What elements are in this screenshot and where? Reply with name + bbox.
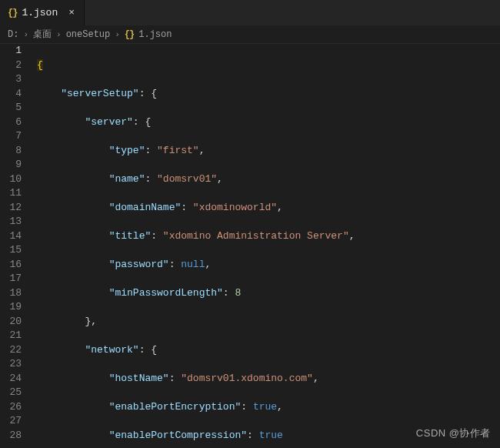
breadcrumb-seg[interactable]: D: [8,29,18,40]
gutter: 1 2 3 4 5 6 7 8 9 10 11 12 13 14 15 16 1… [0,44,32,448]
line-number: 16 [0,258,22,272]
code-line: }, [37,315,500,329]
json-file-icon: {} [8,8,17,18]
code-line: "hostName": "domsrv01.xdomino.com", [37,372,500,386]
line-number: 26 [0,400,22,415]
code-line: "title": "xdomino Administration Server"… [37,229,500,244]
chevron-right-icon: › [56,30,62,39]
line-number: 7 [0,129,22,144]
line-number: 3 [0,72,22,87]
code-line: "enablePortEncryption": true, [37,400,500,415]
line-number: 4 [0,87,22,102]
line-number: 17 [0,272,22,286]
tab-label: 1.json [22,7,58,18]
line-number: 24 [0,372,22,386]
chevron-right-icon: › [115,30,120,39]
line-number: 19 [0,300,22,315]
code-area[interactable]: { "serverSetup": { "server": { "type": "… [32,44,500,448]
line-number: 15 [0,243,22,258]
line-number: 21 [0,329,22,343]
line-number: 8 [0,144,22,159]
close-icon[interactable]: × [65,7,78,19]
line-number: 13 [0,215,22,229]
code-line: "domainName": "xdominoworld", [37,201,500,216]
line-number: 27 [0,414,22,429]
tab-bar: {} 1.json × [0,0,500,25]
breadcrumb-seg[interactable]: 1.json [138,29,172,40]
breadcrumb[interactable]: D: › 桌面 › oneSetup › {} 1.json [0,25,500,44]
line-number: 6 [0,115,22,130]
editor[interactable]: 1 2 3 4 5 6 7 8 9 10 11 12 13 14 15 16 1… [0,44,500,448]
line-number: 9 [0,158,22,172]
code-line: "enablePortCompression": true [37,429,500,443]
line-number: 2 [0,59,22,73]
code-line: "password": null, [37,258,500,272]
code-line: "serverSetup": { [37,87,500,102]
json-file-icon: {} [125,29,134,40]
breadcrumb-seg[interactable]: oneSetup [66,29,111,40]
line-number: 11 [0,186,22,201]
line-number: 5 [0,101,22,115]
code-line: { [37,59,500,73]
line-number: 14 [0,229,22,244]
line-number: 1 [0,44,22,59]
code-line: "name": "domsrv01", [37,172,500,187]
line-number: 12 [0,201,22,216]
line-number: 18 [0,286,22,301]
line-number: 28 [0,429,22,443]
code-line: "network": { [37,343,500,358]
line-number: 22 [0,343,22,358]
code-line: "server": { [37,115,500,130]
code-line: "minPasswordLength": 8 [37,286,500,301]
code-line: "type": "first", [37,144,500,159]
chevron-right-icon: › [23,30,28,39]
line-number: 25 [0,386,22,400]
line-number: 20 [0,315,22,329]
breadcrumb-seg[interactable]: 桌面 [33,28,52,41]
line-number: 23 [0,357,22,372]
tab-active[interactable]: {} 1.json × [0,0,85,25]
line-number: 10 [0,172,22,187]
